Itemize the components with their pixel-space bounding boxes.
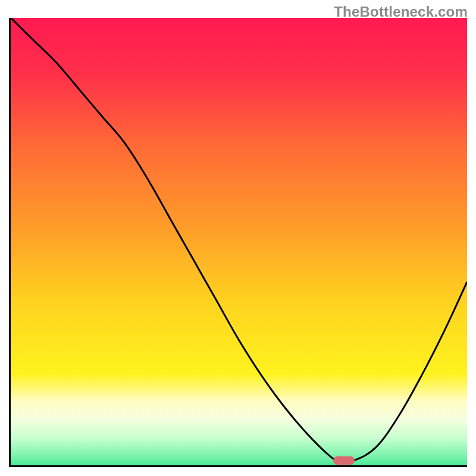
chart-frame: TheBottleneck.com	[0, 0, 476, 476]
optimal-marker	[333, 456, 355, 465]
plot-area	[9, 18, 467, 467]
bottleneck-curve	[11, 18, 467, 465]
